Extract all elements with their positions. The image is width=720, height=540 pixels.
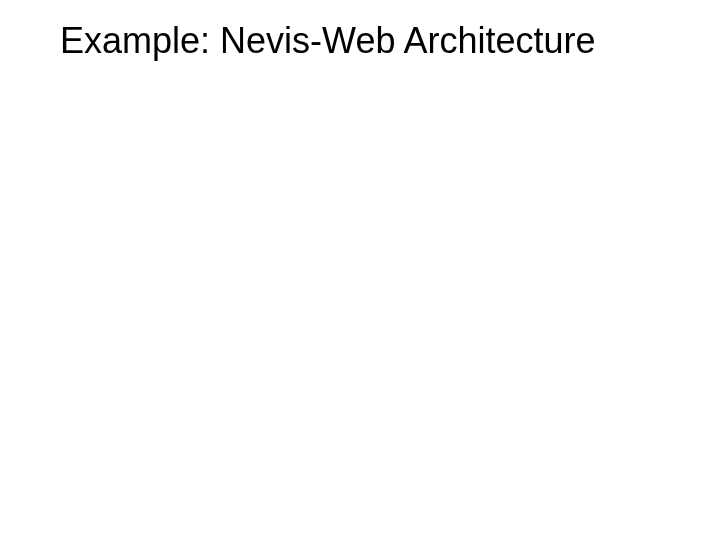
slide-title: Example: Nevis-Web Architecture: [0, 20, 720, 62]
slide-container: Example: Nevis-Web Architecture: [0, 0, 720, 540]
